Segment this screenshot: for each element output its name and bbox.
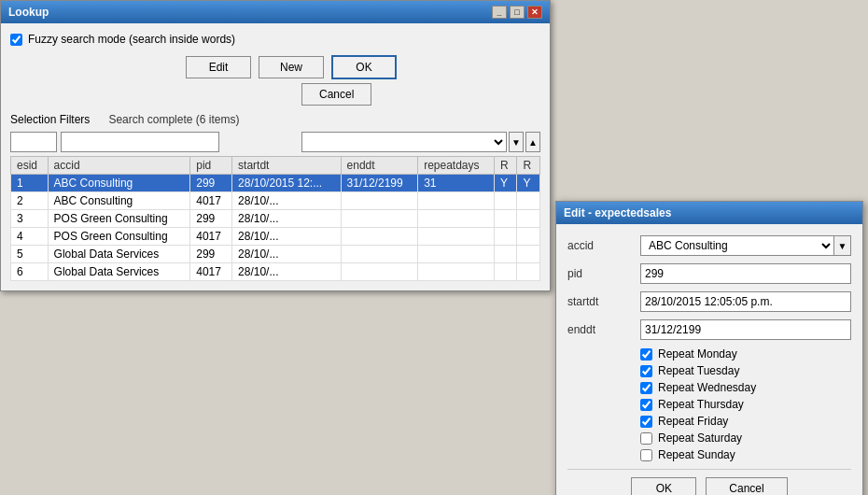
fuzzy-search-checkbox[interactable] [10,34,22,46]
filter-dropdown[interactable] [61,132,219,152]
table-cell-4-7 [517,246,540,263]
table-cell-5-7 [517,263,540,281]
repeat-checkbox-2[interactable] [640,382,652,394]
table-cell-1-2: 4017 [190,192,232,210]
table-cell-0-4: 31/12/2199 [341,175,418,192]
selection-filters-label: Selection Filters [10,113,90,126]
table-row[interactable]: 6Global Data Services401728/10/... [11,263,540,281]
table-cell-5-4 [341,263,418,281]
lookup-table: esid accid pid startdt enddt repeatdays … [10,156,540,281]
table-cell-1-5 [418,192,495,210]
filter-down-arrow[interactable]: ▼ [509,132,524,152]
cancel-button[interactable]: Cancel [301,83,371,106]
col-startdt: startdt [232,157,342,175]
repeat-label-6: Repeat Sunday [658,448,735,461]
table-cell-2-0: 3 [11,210,49,228]
edit-pid-row: pid [567,263,851,284]
table-cell-1-4 [341,192,418,210]
repeat-checkbox-0[interactable] [640,348,652,361]
table-cell-4-3: 28/10/... [232,246,342,263]
table-cell-3-7 [517,228,540,246]
table-cell-0-1: ABC Consulting [48,175,190,192]
repeat-check-item-6: Repeat Sunday [640,448,851,461]
edit-cancel-button[interactable]: Cancel [706,477,787,495]
minimize-btn[interactable]: _ [492,6,507,19]
edit-startdt-row: startdt [567,291,851,312]
new-button[interactable]: New [259,56,324,78]
table-row[interactable]: 2ABC Consulting401728/10/... [11,192,540,210]
table-cell-0-3: 28/10/2015 12:... [232,175,342,192]
cancel-row: Cancel [301,83,540,106]
table-cell-3-0: 4 [11,228,49,246]
edit-accid-label: accid [567,239,633,252]
edit-startdt-input[interactable] [640,291,851,312]
table-row[interactable]: 3POS Green Consulting29928/10/... [11,210,540,228]
col-enddt: enddt [341,157,418,175]
table-cell-3-5 [418,228,495,246]
repeat-checkboxes-section: Repeat MondayRepeat TuesdayRepeat Wednes… [640,347,851,461]
table-cell-5-2: 4017 [190,263,232,281]
table-cell-2-7 [517,210,540,228]
edit-dialog: Edit - expectedsales accid ABC Consultin… [555,201,863,495]
main-buttons-row: Edit New OK [10,55,540,79]
repeat-check-item-0: Repeat Monday [640,347,851,361]
table-cell-5-3: 28/10/... [232,263,342,281]
repeat-label-4: Repeat Friday [658,415,728,428]
window-body: Fuzzy search mode (search inside words) … [1,23,550,290]
table-cell-1-3: 28/10/... [232,192,342,210]
edit-accid-row: accid ABC Consulting ▼ [567,235,851,256]
edit-enddt-row: enddt [567,319,851,340]
repeat-check-item-2: Repeat Wednesday [640,381,851,394]
search-status: Search complete (6 items) [108,113,239,126]
fuzzy-search-label: Fuzzy search mode (search inside words) [28,33,235,46]
table-cell-1-0: 2 [11,192,49,210]
table-row[interactable]: 4POS Green Consulting401728/10/... [11,228,540,246]
title-bar: Lookup _ □ ✕ [1,1,550,23]
edit-pid-input[interactable] [640,263,851,284]
repeat-checkbox-4[interactable] [640,416,652,428]
edit-startdt-label: startdt [567,295,633,308]
col-r2: R [517,157,540,175]
repeat-checkbox-1[interactable] [640,365,652,377]
accid-dropdown-arrow[interactable]: ▼ [834,235,851,256]
table-cell-3-2: 4017 [190,228,232,246]
edit-enddt-label: enddt [567,323,633,336]
table-row[interactable]: 5Global Data Services29928/10/... [11,246,540,263]
table-row[interactable]: 1ABC Consulting29928/10/2015 12:...31/12… [11,175,540,192]
repeat-checkbox-5[interactable] [640,432,652,445]
filter-up-arrow[interactable]: ▲ [525,132,540,152]
repeat-label-2: Repeat Wednesday [658,381,756,394]
edit-dialog-title: Edit - expectedsales [556,202,862,224]
repeat-check-item-5: Repeat Saturday [640,431,851,445]
table-cell-2-6 [494,210,516,228]
lookup-window: Lookup _ □ ✕ Fuzzy search mode (search i… [0,0,551,291]
table-cell-5-0: 6 [11,263,49,281]
fuzzy-search-row: Fuzzy search mode (search inside words) [10,33,540,46]
filter-text-input[interactable] [10,132,57,152]
table-cell-1-1: ABC Consulting [48,192,190,210]
edit-button[interactable]: Edit [186,56,251,78]
filter-right-dropdown[interactable] [301,132,507,152]
edit-enddt-input[interactable] [640,319,851,340]
title-bar-controls: _ □ ✕ [492,6,542,19]
repeat-checkbox-3[interactable] [640,399,652,411]
col-esid: esid [11,157,49,175]
table-cell-5-1: Global Data Services [48,263,190,281]
edit-ok-button[interactable]: OK [631,477,696,495]
table-cell-1-7 [517,192,540,210]
table-cell-2-4 [341,210,418,228]
col-r1: R [494,157,516,175]
window-title: Lookup [8,6,49,19]
table-cell-5-5 [418,263,495,281]
table-cell-4-4 [341,246,418,263]
edit-dialog-buttons: OK Cancel [567,469,851,495]
status-row: Selection Filters Search complete (6 ite… [10,113,540,126]
table-cell-0-5: 31 [418,175,495,192]
col-accid: accid [48,157,190,175]
close-btn[interactable]: ✕ [527,6,542,19]
ok-button[interactable]: OK [331,55,397,79]
maximize-btn[interactable]: □ [510,6,525,19]
table-cell-4-5 [418,246,495,263]
repeat-checkbox-6[interactable] [640,449,652,461]
edit-accid-select[interactable]: ABC Consulting [640,235,834,256]
